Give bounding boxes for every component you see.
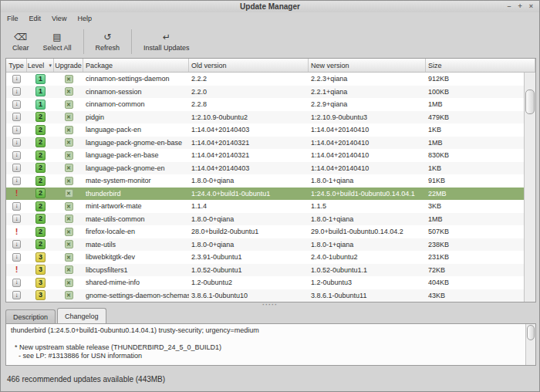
upgrade-cell: ✕ [54,113,83,121]
upgrade-checkbox[interactable]: ✕ [65,215,73,223]
changelog-scrollbar[interactable] [525,324,535,365]
new-version: 1.8.0-1+qiana [309,177,426,184]
table-body: ↓1✕cinnamon-settings-daemon2.2.22.2.3+qi… [6,73,535,302]
upgrade-checkbox[interactable]: ✕ [65,100,73,109]
upgrade-checkbox[interactable]: ✕ [65,253,73,262]
upgrade-checkbox[interactable]: ✕ [65,87,73,96]
table-row[interactable]: !3✕libcupsfilters11.0.52-0ubuntu11.0.52-… [6,264,524,277]
menu-item-view[interactable]: View [52,15,66,22]
level-cell: 2 [27,137,54,147]
old-version: 1:14.04+20140403 [189,126,309,133]
upgrade-checkbox[interactable]: ✕ [65,279,73,287]
check-icon: ✕ [66,140,71,145]
security-alert-icon: ! [15,189,19,198]
level-cell: 2 [27,125,54,135]
upgrade-cell: ✕ [54,228,83,236]
tab-bar: DescriptionChangelog [5,308,108,324]
changelog-scrollbar-thumb[interactable] [527,325,535,340]
menu-item-edit[interactable]: Edit [29,15,42,22]
select-all-button[interactable]: ▤Select All [36,26,79,57]
upgrade-checkbox[interactable]: ✕ [65,265,73,274]
upgrade-checkbox[interactable]: ✕ [65,202,73,211]
column-header-package[interactable]: Package [83,59,189,72]
new-version: 1.1.5 [309,202,426,210]
table-row[interactable]: ↓2✕language-pack-en1:14.04+201404031:14.… [6,123,524,137]
table-scrollbar-thumb[interactable] [525,90,535,114]
column-header-size[interactable]: Size [426,59,535,72]
table-row[interactable]: ↓3✕shared-mime-info1.2-0ubuntu21.2-0ubun… [6,276,524,289]
check-icon: ✕ [66,114,71,120]
refresh-button[interactable]: ↺Refresh [89,26,127,57]
column-header-label: Package [86,62,113,69]
select-all-icon: ▤ [52,32,61,42]
pane-resize-handle[interactable]: ····· [1,302,539,308]
clear-button[interactable]: ⌫Clear [5,26,36,57]
package-size: 479KB [426,113,524,121]
table-row[interactable]: ↓2✕mate-utils-common1.8.0-0+qiana1.8.0-1… [6,213,524,226]
upgrade-checkbox[interactable]: ✕ [65,75,73,83]
package-name: shared-mime-info [83,279,189,286]
column-header-type[interactable]: Type [6,59,27,72]
table-header: TypeLevel▼UpgradePackageOld versionNew v… [6,59,535,73]
upgrade-checkbox[interactable]: ✕ [65,138,73,147]
table-row[interactable]: ↓2✕mate-utils1.8.0-0+qiana1.8.0-1+qiana2… [6,238,524,252]
upgrade-checkbox[interactable]: ✕ [65,240,73,248]
minimize-button[interactable]: – [507,1,511,12]
type-cell: ↓ [6,100,27,109]
upgrade-cell: ✕ [54,215,83,223]
upgrade-checkbox[interactable]: ✕ [65,189,73,198]
column-header-level[interactable]: Level▼ [27,59,54,72]
menu-item-file[interactable]: File [7,15,19,22]
maximize-button[interactable]: + [518,1,521,12]
type-cell: ↓ [6,126,27,134]
table-row[interactable]: ↓3✕gnome-settings-daemon-schemas3.8.6.1-… [6,289,524,302]
title-bar[interactable]: Update Manager –+× [1,1,539,12]
upgrade-checkbox[interactable]: ✕ [65,228,73,236]
upgrade-checkbox[interactable]: ✕ [65,177,73,185]
type-cell: ↓ [6,164,27,172]
level-badge: 2 [35,214,46,224]
column-header-new-version[interactable]: New version [309,59,426,72]
table-row[interactable]: !2✕firefox-locale-en28.0+build2-0ubuntu1… [6,225,524,238]
table-row[interactable]: ↓2✕language-pack-gnome-en-base1:14.04+20… [6,137,524,150]
table-row[interactable]: ↓3✕libwebkitgtk-dev2.3.91-0ubuntu12.4.0-… [6,251,524,264]
table-row[interactable]: ↓2✕language-pack-gnome-en1:14.04+2014040… [6,162,524,175]
upgrade-cell: ✕ [54,240,83,248]
tab-description[interactable]: Description [5,309,56,324]
table-row[interactable]: ↓2✕mate-system-monitor1.8.0-0+qiana1.8.0… [6,174,524,188]
new-version: 1:14.04+20140410 [309,126,426,133]
table-row[interactable]: ↓2✕mint-artwork-mate1.1.41.1.53KB [6,200,524,213]
check-icon: ✕ [66,255,71,260]
install-updates-button[interactable]: ↵Install Updates [137,26,197,57]
tab-changelog[interactable]: Changelog [57,308,106,324]
upgrade-checkbox[interactable]: ✕ [65,291,73,299]
column-header-label: Upgrade [55,62,82,69]
upgrade-cell: ✕ [54,291,83,299]
table-row[interactable]: !2✕thunderbird1:24.4.0+build1-0ubuntu11:… [6,188,524,201]
check-icon: ✕ [66,89,71,94]
close-button[interactable]: × [529,1,533,12]
package-size: 404KB [426,279,524,286]
upgrade-checkbox[interactable]: ✕ [65,126,73,134]
table-row[interactable]: ↓1✕cinnamon-settings-daemon2.2.22.2.3+qi… [6,73,524,86]
menu-item-help[interactable]: Help [77,15,92,22]
column-header-old-version[interactable]: Old version [189,59,309,72]
upgrade-checkbox[interactable]: ✕ [65,113,73,121]
table-rows: ↓1✕cinnamon-settings-daemon2.2.22.2.3+qi… [6,73,524,302]
download-upgrade-icon: ↓ [12,240,21,248]
check-icon: ✕ [66,292,71,298]
level-cell: 2 [27,150,54,161]
table-scrollbar[interactable] [524,73,535,302]
upgrade-checkbox[interactable]: ✕ [65,151,73,160]
download-upgrade-icon: ↓ [12,87,21,96]
upgrade-checkbox[interactable]: ✕ [65,164,73,172]
table-row[interactable]: ↓2✕pidgin1:2.10.9-0ubuntu21:2.10.9-0ubun… [6,111,524,124]
table-row[interactable]: ↓1✕cinnamon-session2.2.02.2.1+qiana100KB [6,86,524,99]
changelog-line: - see LP: #1313886 for USN information [11,352,525,360]
table-row[interactable]: ↓2✕language-pack-en-base1:14.04+20140321… [6,149,524,162]
column-header-upgrade[interactable]: Upgrade [54,59,83,72]
type-cell: ! [6,265,27,274]
table-row[interactable]: ↓1✕cinnamon-common2.2.82.2.9+qiana1MB [6,98,524,111]
new-version: 1:24.5.0+build1-0ubuntu0.14.04.1 [309,190,426,198]
column-header-label: New version [311,62,349,69]
